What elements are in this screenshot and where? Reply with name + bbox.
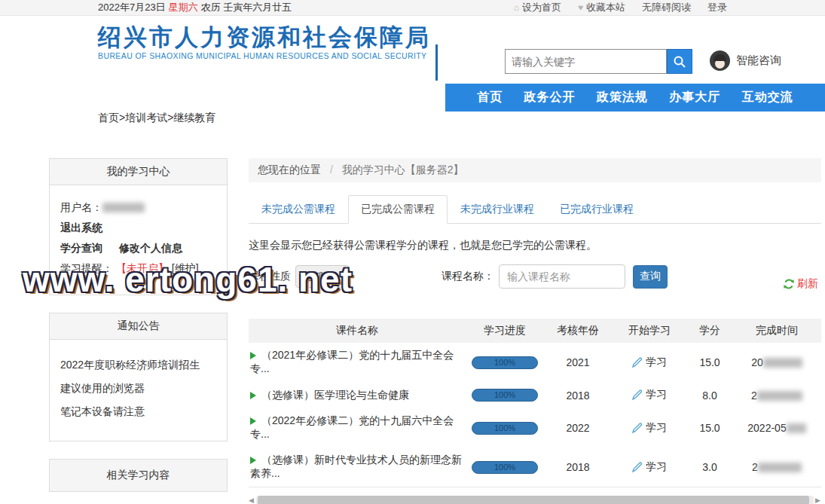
breadcrumb: 首页>培训考试>继续教育 [98, 111, 825, 125]
main-area: 您现在的位置 / 我的学习中心【服务器2】 未完成公需课程 已完成公需课程 未完… [249, 158, 821, 504]
notice-panel: 通知公告 2022年度职称经济师培训招生 建议使用的浏览器 笔记本设备请注意 [49, 313, 228, 441]
course-name: （选修课）新时代专业技术人员的新理念新素养... [250, 454, 462, 479]
study-link[interactable]: 学习 [632, 460, 667, 474]
study-reminder-line: 学习提醒： 【未开启】 [维护] [60, 262, 216, 276]
col-course-name: 课件名称 [249, 319, 466, 343]
reminder-status: 【未开启】 [116, 262, 169, 274]
nav-item-policies[interactable]: 政策法规 [597, 90, 648, 105]
favorite-link[interactable]: ♥收藏本站 [578, 1, 625, 14]
content-area: 我的学习中心 用户名： 退出系统 学分查询 修改个人信息 学习提醒： 【未开启】… [49, 158, 821, 504]
credit-value: 15.0 [687, 343, 732, 382]
username-blur [102, 203, 145, 212]
table-row: （2022年必修课二）党的十九届六中全会专... 100% 2022 学习 15… [249, 408, 821, 447]
study-link[interactable]: 学习 [632, 356, 667, 369]
nav-item-home[interactable]: 首页 [477, 90, 503, 105]
related-title: 相关学习内容 [50, 460, 227, 491]
scroll-left-icon[interactable]: ◀ [249, 496, 255, 504]
login-link[interactable]: 登录 [707, 1, 727, 14]
study-center-panel: 我的学习中心 用户名： 退出系统 学分查询 修改个人信息 学习提醒： 【未开启】… [49, 158, 228, 295]
search-button[interactable] [667, 49, 692, 74]
study-link[interactable]: 学习 [632, 421, 667, 435]
logo-divider [435, 44, 438, 81]
table-header-row: 课件名称 学习进度 考核年份 开始学习 学分 完成时间 [249, 319, 821, 343]
refresh-icon [783, 278, 795, 290]
site-title-cn: 绍兴市人力资源和社会保障局 [98, 25, 431, 50]
reminder-maintenance[interactable]: [维护] [172, 262, 199, 274]
exam-year: 2021 [544, 343, 612, 382]
location-value: 我的学习中心【服务器2】 [342, 163, 464, 176]
play-icon [250, 392, 256, 399]
query-button[interactable]: 查询 [633, 265, 668, 289]
notice-item-3[interactable]: 笔记本设备请注意 [60, 405, 216, 419]
tab-finished-industry[interactable]: 已完成行业课程 [547, 195, 646, 224]
course-name: （2021年必修课二）党的十九届五中全会专... [250, 349, 454, 374]
course-tabs: 未完成公需课程 已完成公需课程 未完成行业课程 已完成行业课程 [249, 195, 821, 224]
study-center-title: 我的学习中心 [50, 159, 227, 185]
col-progress: 学习进度 [466, 319, 544, 343]
consult-label: 智能咨询 [736, 53, 781, 68]
course-type-label: 课程性质 [249, 270, 291, 283]
horizontal-scrollbar[interactable]: ◀ ▶ [249, 495, 821, 504]
tab-unfinished-industry[interactable]: 未完成行业课程 [448, 195, 547, 224]
credit-value: 8.0 [687, 382, 732, 408]
nav-item-interaction[interactable]: 互动交流 [742, 90, 793, 105]
site-header: 绍兴市人力资源和社会保障局 BUREAU OF SHAOXING MUNICIP… [0, 16, 825, 96]
pencil-icon [632, 357, 643, 368]
course-name-label: 课程名称： [442, 270, 494, 283]
credit-value: 15.0 [687, 408, 732, 447]
date-text: 2022年7月23日 [98, 1, 166, 14]
modify-info-link[interactable]: 修改个人信息 [119, 242, 182, 254]
tab-description: 这里会显示您已经获得公需课程学分的课程，也就是您已学完的公需课程。 [249, 239, 821, 252]
course-name: （选修课）医学理论与生命健康 [261, 389, 409, 401]
progress-bar: 100% [472, 422, 538, 435]
lunar-date-text: 农历 壬寅年六月廿五 [201, 1, 292, 14]
sidebar: 我的学习中心 用户名： 退出系统 学分查询 修改个人信息 学习提醒： 【未开启】… [49, 158, 228, 504]
scrollbar-track[interactable] [256, 496, 814, 504]
progress-bar: 100% [472, 389, 538, 402]
accessibility-link[interactable]: 无障碍阅读 [642, 1, 691, 14]
top-bar: 2022年7月23日 星期六 农历 壬寅年六月廿五 ⌂设为首页 ♥收藏本站 无障… [0, 0, 825, 16]
topbar-links: ⌂设为首页 ♥收藏本站 无障碍阅读 登录 [514, 1, 727, 14]
scroll-right-icon[interactable]: ▶ [815, 496, 821, 504]
search-input[interactable] [505, 49, 667, 74]
exam-year: 2022 [544, 408, 612, 447]
play-icon [250, 457, 256, 464]
table-row: （选修课）新时代专业技术人员的新理念新素养... 100% 2018 学习 3.… [249, 447, 821, 487]
heart-icon: ♥ [578, 2, 583, 13]
table-row: （选修课）医学理论与生命健康 100% 2018 学习 8.0 2 [249, 382, 821, 408]
date-line: 2022年7月23日 星期六 农历 壬寅年六月廿五 [98, 1, 292, 14]
site-title-en: BUREAU OF SHAOXING MUNICIPAL HUMAN RESOU… [98, 51, 431, 60]
tab-unfinished-public[interactable]: 未完成公需课程 [249, 195, 348, 224]
col-exam-year: 考核年份 [544, 319, 612, 343]
finish-time: 2 [732, 447, 821, 487]
exam-year: 2018 [544, 382, 612, 408]
exam-year: 2018 [544, 447, 612, 487]
main-nav: 首页 政务公开 政策法规 办事大厅 互动交流 [445, 84, 825, 111]
site-logo: 绍兴市人力资源和社会保障局 BUREAU OF SHAOXING MUNICIP… [98, 25, 431, 60]
nav-item-gov-affairs[interactable]: 政务公开 [524, 90, 576, 105]
nav-item-service-hall[interactable]: 办事大厅 [669, 90, 720, 105]
notice-item-2[interactable]: 建议使用的浏览器 [60, 382, 216, 396]
course-name-input[interactable] [499, 264, 625, 289]
finish-time: 20 [732, 343, 821, 382]
tab-finished-public[interactable]: 已完成公需课程 [348, 195, 448, 224]
pencil-icon [632, 389, 643, 400]
finish-time: 2022-05 [732, 408, 821, 447]
weekday-text: 星期六 [169, 1, 198, 14]
username-line: 用户名： [60, 201, 216, 215]
notice-title: 通知公告 [50, 313, 227, 340]
scrollbar-thumb[interactable] [258, 496, 809, 504]
pencil-icon [632, 423, 643, 433]
credit-query-link[interactable]: 学分查询 [60, 242, 102, 254]
location-bar: 您现在的位置 / 我的学习中心【服务器2】 [249, 158, 821, 182]
credit-value: 3.0 [687, 447, 732, 487]
pencil-icon [632, 462, 643, 472]
logout-link[interactable]: 退出系统 [60, 221, 102, 234]
smart-consult[interactable]: 智能咨询 [710, 50, 781, 71]
notice-item-1[interactable]: 2022年度职称经济师培训招生 [60, 359, 216, 372]
refresh-link[interactable]: 刷新 [783, 277, 818, 291]
set-homepage-link[interactable]: ⌂设为首页 [514, 1, 561, 14]
course-type-select[interactable]: 全部 [295, 265, 350, 288]
consult-avatar-icon [710, 50, 730, 71]
study-link[interactable]: 学习 [632, 388, 667, 402]
